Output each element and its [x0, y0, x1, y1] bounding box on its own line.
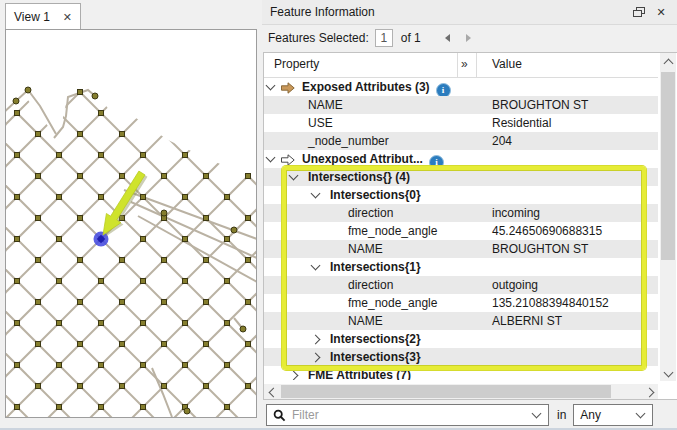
property-row[interactable]: Intersections{1} [264, 258, 658, 276]
property-name: direction [348, 204, 393, 222]
property-row[interactable]: NAMEBROUGHTON ST [264, 96, 658, 114]
filter-bar: in Any [262, 403, 677, 427]
chevron-down-icon[interactable] [311, 261, 321, 271]
chevron-right-icon[interactable] [289, 371, 299, 380]
filter-combobox[interactable] [266, 404, 549, 426]
value-column-header[interactable]: Value [492, 57, 522, 71]
feature-information-titlebar: Feature Information ✕ [262, 0, 677, 25]
property-value: BROUGHTON ST [492, 240, 588, 258]
property-value: Residential [492, 114, 551, 132]
street-network-map [6, 30, 256, 417]
filter-in-label: in [557, 408, 566, 422]
property-row[interactable]: USEResidential [264, 114, 658, 132]
filter-input[interactable] [290, 407, 533, 423]
chevron-down-icon[interactable] [289, 171, 299, 181]
property-name: Intersections{1} [330, 258, 421, 276]
filter-scope-dropdown[interactable]: Any [573, 404, 653, 426]
property-name: fme_node_angle [348, 222, 437, 240]
features-selected-label: Features Selected: [268, 31, 369, 45]
property-name: _node_number [308, 132, 389, 150]
tab-view-1[interactable]: View 1 ✕ [5, 3, 81, 30]
close-panel-icon[interactable]: ✕ [653, 5, 669, 19]
chevron-down-icon[interactable] [266, 81, 276, 91]
property-name: fme_node_angle [348, 294, 437, 312]
property-name: direction [348, 276, 393, 294]
previous-feature-icon[interactable] [445, 34, 450, 42]
property-value: ALBERNI ST [492, 312, 562, 330]
feature-count-label: of 1 [401, 31, 421, 45]
feature-navigation-bar: Features Selected: 1 of 1 In: Intersecto… [262, 26, 677, 50]
chevron-right-icon[interactable] [311, 335, 321, 345]
property-row[interactable]: fme_node_angle45.24650690688315 [264, 222, 658, 240]
property-row[interactable]: NAMEBROUGHTON ST [264, 240, 658, 258]
attribute-table-header: Property » Value [264, 53, 658, 78]
filter-scope-value: Any [580, 408, 601, 422]
scroll-left-icon[interactable] [264, 384, 280, 400]
chevron-right-icon[interactable] [311, 353, 321, 363]
vertical-scrollbar-thumb[interactable] [661, 72, 675, 260]
chevron-down-icon[interactable] [266, 153, 276, 163]
property-value: 204 [492, 132, 512, 150]
property-row[interactable]: directionincoming [264, 204, 658, 222]
scroll-up-icon[interactable] [660, 53, 676, 69]
property-name: Exposed Attributes (3)i [302, 78, 451, 96]
property-row[interactable]: Intersections{2} [264, 330, 658, 348]
property-row[interactable]: Intersections{3} [264, 348, 658, 366]
property-row[interactable]: Intersections{} (4) [264, 168, 658, 186]
feature-index-field[interactable]: 1 [375, 29, 393, 47]
property-row[interactable]: directionoutgoing [264, 276, 658, 294]
application-window: View 1 ✕ Feature Information ✕ Features … [0, 0, 677, 430]
search-icon [273, 409, 286, 422]
chevron-down-icon[interactable] [532, 409, 542, 419]
scroll-down-icon[interactable] [660, 365, 676, 381]
property-name: Unexposed Attribut...i [302, 150, 444, 168]
property-row[interactable]: Intersections{0} [264, 186, 658, 204]
chevron-down-icon[interactable] [311, 189, 321, 199]
property-name: Intersections{0} [330, 186, 421, 204]
property-value: incoming [492, 204, 540, 222]
next-feature-icon[interactable] [466, 34, 471, 42]
property-row[interactable]: Unexposed Attribut...i [264, 150, 658, 168]
map-view-canvas[interactable] [5, 29, 257, 418]
property-name: NAME [348, 312, 383, 330]
property-name: FME Attributes (7) [308, 366, 411, 380]
property-column-header[interactable]: Property [274, 57, 319, 71]
panel-title: Feature Information [270, 5, 625, 19]
chevron-down-icon [636, 409, 646, 419]
tab-close-icon[interactable]: ✕ [63, 12, 72, 23]
property-name: Intersections{} (4) [308, 168, 410, 186]
property-name: Intersections{3} [330, 348, 421, 366]
property-row[interactable]: _node_number204 [264, 132, 658, 150]
expand-columns-icon[interactable]: » [461, 57, 468, 71]
property-value: BROUGHTON ST [492, 96, 588, 114]
scroll-right-icon[interactable] [642, 384, 658, 400]
property-value: 135.21088394840152 [492, 294, 609, 312]
property-value: 45.24650690688315 [492, 222, 602, 240]
property-name: Intersections{2} [330, 330, 421, 348]
horizontal-scrollbar-thumb[interactable] [281, 385, 611, 398]
property-value: outgoing [492, 276, 538, 294]
property-name: USE [308, 114, 333, 132]
vertical-scrollbar[interactable] [660, 53, 676, 381]
horizontal-scrollbar[interactable] [264, 384, 658, 399]
float-panel-icon[interactable] [631, 5, 647, 19]
property-row[interactable]: NAMEALBERNI ST [264, 312, 658, 330]
property-row[interactable]: FME Attributes (7) [264, 366, 658, 380]
property-row[interactable]: fme_node_angle135.21088394840152 [264, 294, 658, 312]
tab-view-1-label: View 1 [14, 10, 55, 24]
property-name: NAME [348, 240, 383, 258]
property-row[interactable]: Exposed Attributes (3)i [264, 78, 658, 96]
attribute-tree[interactable]: Exposed Attributes (3)iNAMEBROUGHTON STU… [264, 78, 658, 380]
property-name: NAME [308, 96, 343, 114]
